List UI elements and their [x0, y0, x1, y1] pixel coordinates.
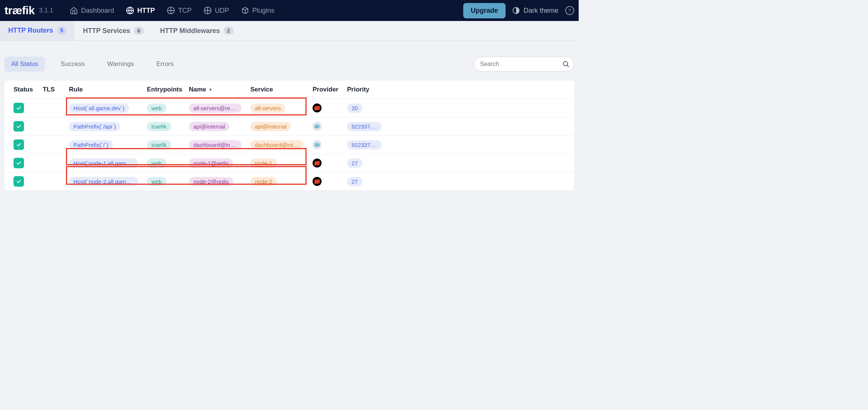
contrast-icon [512, 7, 520, 14]
internal-provider-icon: æ [313, 140, 322, 149]
table-header: Status TLS Rule Entrypoints Name ▼ Servi… [4, 81, 574, 99]
nav-label: HTTP [137, 7, 155, 15]
theme-label: Dark theme [524, 7, 558, 15]
rule-chip: Host(`all.game.dev`) [69, 103, 129, 113]
rule-chip: Host(`node-2.all.game.dev`) [69, 177, 138, 186]
status-ok-icon [13, 103, 24, 113]
table-row[interactable]: Host(`node-1.all.game.dev`)webnode-1@red… [4, 154, 574, 172]
nav-plugins[interactable]: Plugins [235, 6, 280, 15]
redis-provider-icon [313, 103, 322, 112]
status-ok-icon [13, 139, 24, 150]
subtabs: HTTP Routers 5 HTTP Services 6 HTTP Midd… [0, 21, 579, 41]
nav-tcp[interactable]: TCP [161, 6, 198, 15]
col-service[interactable]: Service [246, 86, 308, 93]
nav-label: TCP [178, 7, 192, 15]
col-name-label: Name [189, 86, 206, 93]
priority-chip: 27 [347, 159, 362, 168]
table-row[interactable]: Host(`node-2.all.game.dev`)webnode-2@red… [4, 172, 574, 190]
col-status[interactable]: Status [4, 86, 38, 93]
nav-label: Dashboard [81, 7, 114, 15]
service-chip: all-servers [250, 103, 285, 113]
filter-success[interactable]: Success [54, 57, 91, 72]
entrypoint-chip: web [147, 103, 166, 113]
nav-dashboard[interactable]: Dashboard [64, 6, 120, 15]
globe-alt-icon [204, 6, 212, 15]
status-ok-icon [13, 176, 24, 187]
col-rule[interactable]: Rule [64, 86, 142, 93]
globe-icon [126, 6, 134, 15]
tab-count: 5 [57, 26, 67, 34]
tab-http-routers[interactable]: HTTP Routers 5 [0, 21, 75, 40]
name-chip: api@internal [189, 122, 229, 131]
name-chip: dashboard@internal [189, 140, 241, 150]
help-icon[interactable]: ? [565, 6, 574, 15]
service-chip: api@internal [250, 122, 291, 131]
col-name[interactable]: Name ▼ [184, 86, 246, 93]
rule-chip: Host(`node-1.all.game.dev`) [69, 159, 138, 168]
nav-label: UDP [215, 7, 229, 15]
internal-provider-icon: æ [313, 122, 322, 131]
entrypoint-chip: web [147, 177, 166, 186]
status-ok-icon [13, 158, 24, 168]
version-label: 3.1.1 [39, 7, 53, 14]
rule-chip: PathPrefix(`/api`) [69, 122, 120, 131]
globe-alt-icon [167, 6, 175, 15]
logo: træfik [4, 4, 34, 17]
entrypoint-chip: traefik [147, 122, 171, 131]
filter-errors[interactable]: Errors [150, 57, 180, 72]
name-chip: all-servers@redis [189, 103, 241, 113]
search-input[interactable] [474, 57, 574, 72]
name-chip: node-2@redis [189, 177, 233, 186]
priority-chip: 27 [347, 177, 362, 186]
nav-udp[interactable]: UDP [198, 6, 235, 15]
name-chip: node-1@redis [189, 159, 233, 168]
tab-label: HTTP Services [83, 27, 130, 35]
redis-provider-icon [313, 159, 322, 168]
priority-chip: 9223372036... [347, 140, 382, 150]
col-priority[interactable]: Priority [343, 86, 386, 93]
tab-count: 6 [134, 27, 144, 35]
priority-chip: 9223372036... [347, 122, 382, 131]
plugin-icon [241, 6, 249, 15]
tab-count: 2 [224, 27, 233, 35]
tab-label: HTTP Middlewares [160, 27, 220, 35]
nav-http[interactable]: HTTP [120, 6, 161, 15]
col-tls[interactable]: TLS [38, 86, 64, 93]
col-provider[interactable]: Provider [308, 86, 343, 93]
entrypoint-chip: traefik [147, 140, 171, 150]
content-area: All Status Success Warnings Errors Statu… [0, 41, 579, 195]
table-row[interactable]: Host(`all.game.dev`)weball-servers@redis… [4, 99, 574, 117]
service-chip: node-2 [250, 177, 277, 186]
filter-bar: All Status Success Warnings Errors [4, 57, 574, 72]
priority-chip: 20 [347, 103, 362, 113]
sort-caret-icon: ▼ [208, 87, 213, 92]
top-nav: træfik 3.1.1 Dashboard HTTP TCP UDP Plug… [0, 0, 579, 21]
col-entrypoints[interactable]: Entrypoints [142, 86, 184, 93]
redis-provider-icon [313, 177, 322, 186]
theme-toggle[interactable]: Dark theme [512, 7, 558, 15]
status-ok-icon [13, 121, 24, 132]
home-icon [70, 6, 78, 15]
routers-table: Status TLS Rule Entrypoints Name ▼ Servi… [4, 81, 574, 190]
tab-label: HTTP Routers [8, 27, 53, 34]
service-chip: node-1 [250, 159, 277, 168]
upgrade-button[interactable]: Upgrade [463, 3, 506, 18]
filter-warnings[interactable]: Warnings [100, 57, 141, 72]
service-chip: dashboard@internal [250, 140, 304, 150]
filter-all-status[interactable]: All Status [4, 57, 45, 72]
nav-label: Plugins [252, 7, 274, 15]
tab-http-middlewares[interactable]: HTTP Middlewares 2 [152, 21, 242, 40]
table-row[interactable]: PathPrefix(`/`)traefikdashboard@internal… [4, 136, 574, 154]
tab-http-services[interactable]: HTTP Services 6 [75, 21, 152, 40]
entrypoint-chip: web [147, 159, 166, 168]
rule-chip: PathPrefix(`/`) [69, 140, 113, 150]
search-wrap [474, 57, 574, 72]
table-row[interactable]: PathPrefix(`/api`)traefikapi@internalapi… [4, 117, 574, 136]
